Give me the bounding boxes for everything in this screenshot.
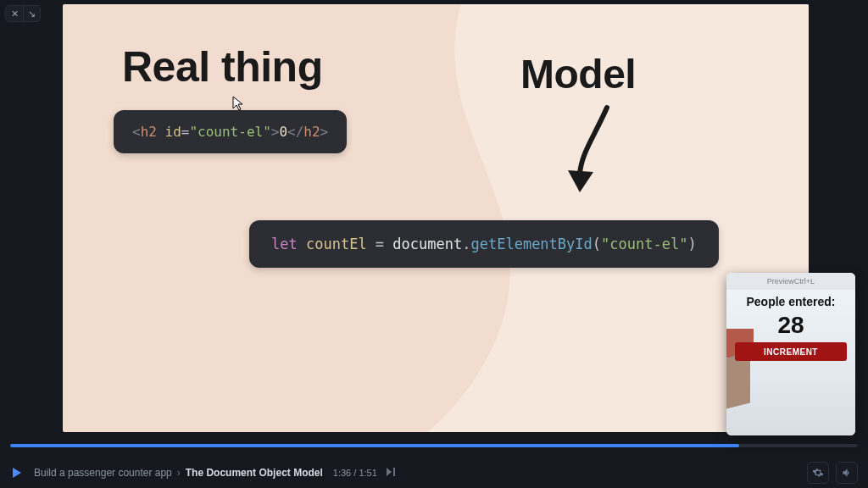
- breadcrumb-lesson[interactable]: The Document Object Model: [186, 467, 323, 479]
- breadcrumb-course[interactable]: Build a passenger counter app: [34, 467, 172, 479]
- code-token: getElementById: [470, 236, 592, 252]
- code-token: h2: [303, 124, 320, 140]
- gear-icon: [812, 467, 824, 479]
- expand-icon[interactable]: ↘: [23, 6, 40, 21]
- time-display: 1:36 / 1:51: [333, 468, 377, 478]
- preview-body: People entered: 28 INCREMENT: [726, 290, 855, 435]
- volume-button[interactable]: [836, 462, 858, 484]
- code-token: =: [367, 236, 393, 252]
- code-token: (: [593, 236, 601, 252]
- top-mini-toolbar: ✕ ↘: [5, 5, 41, 22]
- next-lesson-icon[interactable]: [386, 466, 398, 480]
- settings-button[interactable]: [807, 462, 829, 484]
- bottom-right-icons: [807, 462, 858, 484]
- increment-button[interactable]: INCREMENT: [735, 342, 847, 361]
- code-token: >: [271, 124, 280, 140]
- code-token: "count-el": [189, 124, 270, 140]
- code-token: 0: [279, 124, 287, 140]
- arrow-icon: [563, 104, 622, 201]
- code-token: countEl: [306, 236, 367, 252]
- breadcrumb-separator: ›: [177, 467, 181, 479]
- time-current: 1:36: [333, 468, 351, 478]
- code-token: id: [165, 124, 181, 140]
- code-token: <: [132, 124, 141, 140]
- breadcrumb: Build a passenger counter app › The Docu…: [34, 466, 798, 480]
- preview-panel[interactable]: PreviewCtrl+L People entered: 28 INCREME…: [726, 273, 855, 435]
- heading-model: Model: [520, 51, 636, 97]
- code-token: >: [320, 124, 329, 140]
- code-token: </: [287, 124, 303, 140]
- code-js-snippet: let countEl = document.getElementById("c…: [249, 220, 719, 268]
- code-token: [298, 236, 306, 252]
- play-button[interactable]: [10, 465, 25, 480]
- preview-count: 28: [726, 312, 855, 339]
- code-token: document: [392, 236, 462, 252]
- progress-bar-bg: [10, 444, 858, 447]
- time-total: 1:51: [359, 468, 376, 478]
- code-token: .: [462, 236, 470, 252]
- code-token: "count-el": [601, 236, 687, 252]
- heading-real-thing: Real thing: [122, 42, 323, 92]
- code-token: ): [687, 236, 696, 252]
- volume-icon: [841, 467, 853, 479]
- preview-title: People entered:: [726, 295, 855, 308]
- svg-rect-0: [393, 468, 395, 476]
- code-token: let: [271, 236, 298, 252]
- slide-area: Real thing Model <h2 id="count-el">0</h2…: [63, 4, 809, 432]
- progress-track[interactable]: [10, 444, 858, 447]
- progress-bar-fill: [10, 444, 739, 447]
- code-token: [157, 124, 165, 140]
- code-token: h2: [141, 124, 157, 140]
- code-token: =: [181, 124, 190, 140]
- close-icon[interactable]: ✕: [6, 6, 23, 21]
- preview-header: PreviewCtrl+L: [726, 273, 855, 290]
- bottom-bar: Build a passenger counter app › The Docu…: [0, 458, 868, 488]
- code-html-snippet: <h2 id="count-el">0</h2>: [114, 110, 347, 153]
